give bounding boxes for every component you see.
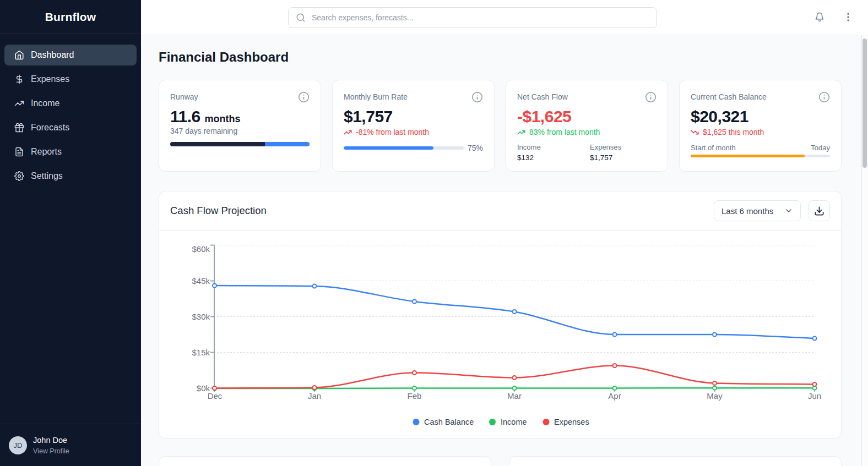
svg-text:$15k: $15k: [192, 348, 210, 357]
svg-text:Expenses: Expenses: [554, 418, 589, 426]
svg-text:Cash Balance: Cash Balance: [424, 418, 474, 426]
svg-text:May: May: [707, 391, 723, 401]
svg-text:Jan: Jan: [308, 391, 321, 401]
svg-text:$60k: $60k: [192, 244, 210, 254]
svg-text:Feb: Feb: [408, 391, 422, 401]
svg-text:Income: Income: [501, 418, 527, 426]
svg-text:Mar: Mar: [507, 391, 522, 401]
svg-text:Jun: Jun: [808, 391, 821, 401]
svg-text:$45k: $45k: [192, 276, 210, 286]
svg-text:Apr: Apr: [608, 391, 621, 401]
svg-text:$30k: $30k: [192, 312, 210, 321]
svg-text:Dec: Dec: [208, 391, 223, 401]
